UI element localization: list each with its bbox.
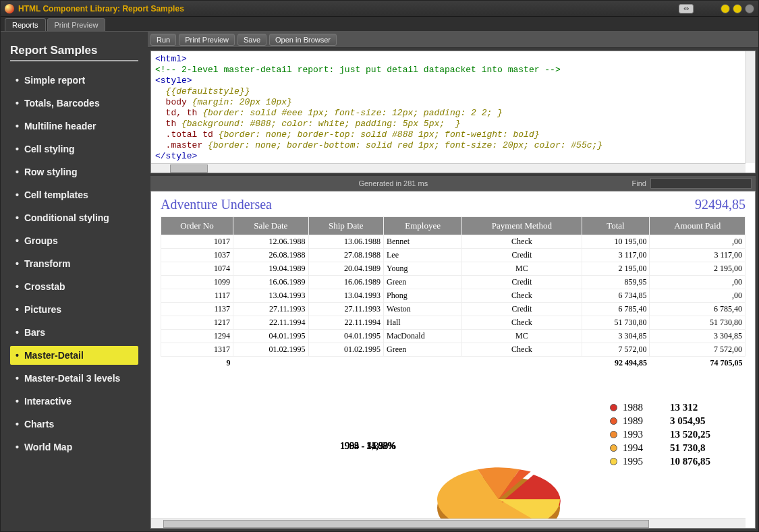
table-row: 101712.06.198813.06.1988BennetCheck10 19…	[161, 235, 746, 249]
sidebar-item-transform[interactable]: Transform	[10, 254, 138, 273]
sidebar-item-conditional-styling[interactable]: Conditional styling	[10, 208, 138, 227]
table-row: 107419.04.198920.04.1989YoungMC2 195,002…	[161, 262, 746, 276]
col-header: Payment Method	[462, 217, 582, 235]
legend-row: 19893 054,95	[610, 414, 710, 427]
col-header: Order No	[161, 217, 233, 235]
total-row: 992 494,8574 705,05	[161, 357, 746, 370]
sidebar-title: Report Samples	[10, 44, 138, 61]
table-row: 129404.01.199504.01.1995MacDonaldMC3 304…	[161, 330, 746, 343]
table-row: 113727.11.199327.11.1993WestonCredit6 78…	[161, 303, 746, 316]
sidebar-item-row-styling[interactable]: Row styling	[10, 162, 138, 181]
code-hscroll[interactable]	[151, 163, 746, 173]
main-tabs: Reports Print Preview	[1, 17, 758, 32]
sidebar-item-multiline-header[interactable]: Multiline header	[10, 117, 138, 136]
report-table: Order NoSale DateShip DateEmployeePaymen…	[161, 216, 746, 370]
find-input[interactable]	[650, 178, 752, 189]
pie-chart: 1994 - 55,93% 1995 - 11,76% 1988 - 14,39…	[340, 441, 677, 529]
sidebar: Report Samples Simple reportTotals, Barc…	[1, 32, 148, 531]
find-label: Find	[632, 179, 646, 187]
sidebar-item-simple-report[interactable]: Simple report	[10, 71, 138, 90]
sidebar-item-charts[interactable]: Charts	[10, 415, 138, 434]
tab-print-preview[interactable]: Print Preview	[47, 18, 106, 31]
col-header: Total	[582, 217, 650, 235]
code-editor[interactable]: <html> <!-- 2-level master-detail report…	[150, 51, 756, 173]
sidebar-item-cell-styling[interactable]: Cell styling	[10, 140, 138, 158]
col-header: Ship Date	[308, 217, 384, 235]
sidebar-item-master-detail-3-levels[interactable]: Master-Detail 3 levels	[10, 369, 138, 388]
col-header: Employee	[384, 217, 462, 235]
sidebar-item-master-detail[interactable]: Master-Detail	[10, 346, 138, 365]
window-title: HTML Component Library: Report Samples	[18, 4, 679, 13]
report-title: Adventure Undersea	[161, 197, 272, 212]
sidebar-item-pictures[interactable]: Pictures	[10, 300, 138, 319]
sidebar-item-world-map[interactable]: World Map	[10, 438, 138, 456]
table-row: 109916.06.198916.06.1989GreenCredit859,9…	[161, 276, 746, 289]
table-row: 111713.04.199313.04.1993PhongCheck6 734,…	[161, 289, 746, 303]
report-preview[interactable]: Adventure Undersea 92494,85 Order NoSale…	[150, 191, 756, 529]
code-vscroll[interactable]	[746, 51, 755, 163]
col-header: Amount Paid	[650, 217, 746, 235]
tab-reports[interactable]: Reports	[5, 18, 46, 31]
sidebar-item-bars[interactable]: Bars	[10, 323, 138, 342]
col-header: Sale Date	[233, 217, 309, 235]
sidebar-item-cell-templates[interactable]: Cell templates	[10, 185, 138, 204]
table-row: 131701.02.199501.02.1995GreenCheck7 572,…	[161, 343, 746, 357]
preview-hscroll[interactable]	[151, 519, 746, 528]
close-icon[interactable]	[745, 4, 754, 13]
sidebar-item-crosstab[interactable]: Crosstab	[10, 277, 138, 296]
legend-row: 198813 312	[610, 401, 710, 414]
table-row: 121722.11.199422.11.1994HallCheck51 730,…	[161, 316, 746, 330]
status-bar: Generated in 281 ms Find	[150, 176, 756, 191]
sidebar-item-interactive[interactable]: Interactive	[10, 392, 138, 411]
print-preview-button[interactable]: Print Preview	[179, 34, 235, 46]
sidebar-item-groups[interactable]: Groups	[10, 231, 138, 250]
legend-row: 199313 520,25	[610, 427, 710, 441]
pie-label-1993: 1993 14,62%	[340, 441, 395, 452]
report-grand-total: 92494,85	[695, 197, 746, 212]
app-icon	[5, 4, 14, 13]
open-in-browser-button[interactable]: Open in Browser	[269, 34, 337, 46]
swap-icon[interactable]: ⇔	[679, 4, 694, 13]
toolbar: Run Print Preview Save Open in Browser	[148, 32, 758, 48]
save-button[interactable]: Save	[237, 34, 266, 46]
master-header: Adventure Undersea 92494,85	[161, 197, 746, 212]
generated-label: Generated in 281 ms	[154, 179, 632, 187]
run-button[interactable]: Run	[150, 34, 176, 46]
titlebar: HTML Component Library: Report Samples ⇔	[1, 1, 758, 17]
minimize-icon[interactable]	[721, 4, 730, 13]
table-row: 103726.08.198827.08.1988LeeCredit3 117,0…	[161, 249, 746, 262]
maximize-icon[interactable]	[733, 4, 742, 13]
sidebar-item-totals-barcodes[interactable]: Totals, Barcodes	[10, 94, 138, 113]
